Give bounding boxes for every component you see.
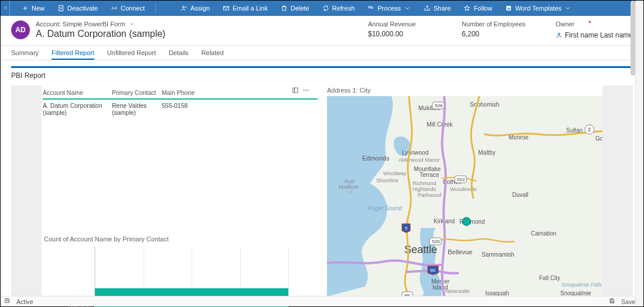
new-button[interactable]: New [19,4,47,13]
connect-dropdown[interactable] [164,4,170,13]
revenue-value: $10,000.00 [368,30,450,38]
svg-text:2: 2 [588,127,591,132]
cell-primary-contact: Rene Valdes (sample) [112,102,162,116]
svg-text:Woodinville: Woodinville [450,186,477,192]
svg-text:Gol: Gol [595,135,602,142]
delete-button[interactable]: Delete [278,4,312,13]
tab-filtered-report[interactable]: Filtered Report [52,46,94,60]
map-visual[interactable]: Puget Sound Seattle Edmonds Mukilteo Sno… [327,96,602,296]
svg-text:Puget Sound: Puget Sound [368,205,402,212]
connect-button[interactable]: Connect [108,4,147,13]
map-label: Address 1: City [327,87,602,94]
chart-title: Count of Account Name by Primary Contact [44,236,288,243]
svg-text:520: 520 [432,239,440,244]
save-button[interactable]: Save [621,298,635,305]
process-button[interactable]: Process [365,4,413,13]
follow-button[interactable]: Follow [461,4,495,13]
map-data-point [462,217,471,226]
col-main-phone[interactable]: Main Phone [162,87,197,98]
page-title: A. Datum Corporation (sample) [36,29,356,39]
svg-text:Terrace: Terrace [420,172,439,178]
svg-text:526: 526 [435,103,443,108]
email-link-button[interactable]: Email a Link [220,4,270,13]
table-row[interactable]: A. Datum Corporation (sample) Rene Valde… [43,100,318,118]
save-icon[interactable] [609,298,615,305]
svg-text:Parkwood: Parkwood [418,192,441,198]
share-label: Share [434,5,451,12]
refresh-label: Refresh [332,5,355,12]
command-bar: New Deactivate Connect Assign Email a Li… [1,1,643,16]
person-icon [556,32,563,39]
status-text: Active [16,298,33,305]
svg-text:Richmond: Richmond [413,180,437,186]
chevron-down-icon [564,5,571,12]
tab-details[interactable]: Details [169,46,189,59]
svg-text:522: 522 [457,177,465,182]
report-gutter-left [11,86,42,301]
svg-text:Edmonds: Edmonds [362,155,390,162]
svg-text:Alderwood Manor: Alderwood Manor [398,157,440,163]
svg-text:Carnation: Carnation [531,230,556,237]
svg-text:90: 90 [430,268,435,273]
connect-label: Connect [121,5,145,12]
tab-related[interactable]: Related [202,46,224,59]
section-title: PBI Report [11,68,633,86]
owner-link[interactable]: First name Last name [556,31,633,39]
owner-label: Owner [556,21,574,29]
new-window-icon[interactable] [4,298,11,305]
svg-text:Woodway: Woodway [383,170,407,176]
report-gutter-right [602,86,633,301]
revenue-label: Annual Revenue [368,21,450,28]
cell-main-phone: 555-0158 [162,102,197,116]
record-header: AD Account: Simple PowerBI Form A. Datum… [1,16,643,45]
svg-text:5: 5 [405,226,408,231]
svg-text:Duvall: Duvall [512,192,529,198]
history-icon[interactable] [4,1,10,16]
svg-text:Sammamish: Sammamish [482,251,514,258]
employees-label: Number of Employees [462,21,544,28]
cell-account-name: A. Datum Corporation (sample) [43,102,112,116]
svg-text:Highlands: Highlands [413,186,437,192]
svg-point-2 [182,6,184,8]
email-link-label: Email a Link [233,5,268,12]
svg-text:Newcastle: Newcastle [445,288,470,294]
status-bar: Active Save [1,296,643,306]
scrollbar-thumb[interactable] [631,1,635,76]
form-tabs: Summary Filtered Report Unfiltered Repor… [1,45,643,60]
svg-text:Maltby: Maltby [478,149,495,156]
tab-unfiltered-report[interactable]: Unfiltered Report [107,46,156,59]
assign-label: Assign [190,5,210,12]
col-account-name[interactable]: Account Name [43,87,112,98]
refresh-button[interactable]: Refresh [320,4,357,13]
breadcrumb[interactable]: Account: Simple PowerBI Form [36,21,356,28]
deactivate-button[interactable]: Deactivate [55,4,100,13]
delete-label: Delete [291,5,309,12]
new-label: New [32,5,45,12]
required-indicator: * [588,19,591,28]
tab-summary[interactable]: Summary [11,46,39,59]
col-primary-contact[interactable]: Primary Contact [112,87,162,98]
svg-text:Seattle: Seattle [404,244,437,255]
chevron-down-icon [404,5,411,12]
svg-text:Mill Creek: Mill Creek [427,121,453,128]
owner-value: First name Last name [565,31,633,39]
svg-text:Lynnwood: Lynnwood [402,149,428,156]
svg-text:Madison: Madison [339,184,359,190]
process-label: Process [377,5,401,12]
report-table: Account Name Primary Contact Main Phone … [43,86,318,118]
svg-point-6 [558,33,560,35]
scrollbar-track[interactable] [635,1,643,306]
svg-text:I.R.: I.R. [346,190,353,195]
breadcrumb-label: Account: Simple PowerBI Form [36,21,125,28]
word-templates-button[interactable]: W Word Templates [503,4,574,13]
word-templates-label: Word Templates [515,5,561,12]
share-button[interactable]: Share [421,4,453,13]
assign-button[interactable]: Assign [178,4,212,13]
svg-text:Bellevue: Bellevue [448,248,472,255]
svg-text:Shoreline: Shoreline [376,178,398,183]
chevron-down-icon [129,21,135,27]
follow-label: Follow [473,5,492,12]
svg-text:Snohomish: Snohomish [470,101,499,108]
svg-text:Fall City: Fall City [539,275,560,281]
deactivate-label: Deactivate [67,5,98,12]
